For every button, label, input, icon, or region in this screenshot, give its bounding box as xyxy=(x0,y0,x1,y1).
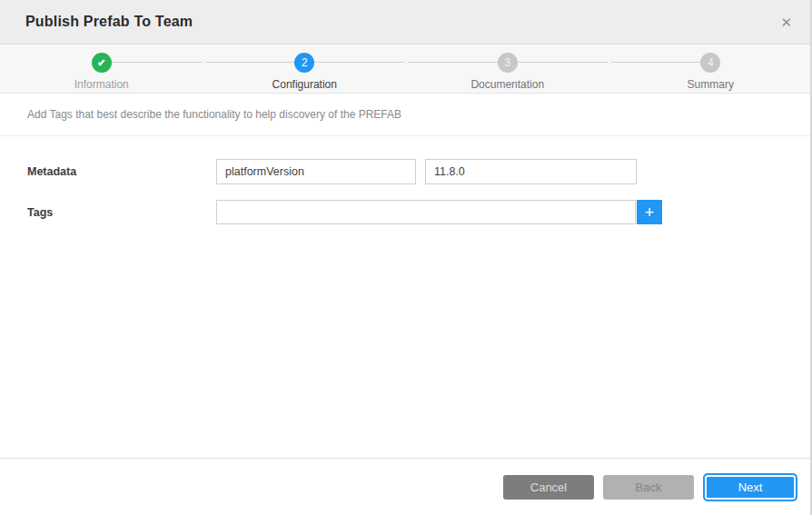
step-connector xyxy=(314,62,404,63)
step-connector xyxy=(408,62,498,63)
dialog-footer: Cancel Back Next xyxy=(0,458,812,515)
cancel-button[interactable]: Cancel xyxy=(503,475,594,500)
step-number-badge: 3 xyxy=(498,53,518,73)
check-icon: ✔ xyxy=(92,53,112,73)
configuration-form: Metadata Tags + xyxy=(0,136,812,458)
metadata-key-input[interactable] xyxy=(216,159,416,184)
close-icon[interactable]: ✕ xyxy=(777,12,796,33)
plus-icon: + xyxy=(645,204,655,221)
publish-prefab-dialog: Publish Prefab To Team ✕ ✔ Information 2… xyxy=(0,0,812,515)
step-information[interactable]: ✔ Information xyxy=(0,53,203,93)
step-connector xyxy=(112,62,202,63)
step-connector xyxy=(205,62,295,63)
step-number-badge: 4 xyxy=(700,53,720,73)
step-documentation[interactable]: 3 Documentation xyxy=(406,53,609,93)
metadata-row: Metadata xyxy=(0,159,812,184)
step-label: Summary xyxy=(688,78,734,91)
step-connector xyxy=(611,62,701,63)
step-configuration[interactable]: 2 Configuration xyxy=(203,53,407,93)
step-summary[interactable]: 4 Summary xyxy=(609,53,812,93)
step-label: Documentation xyxy=(470,78,544,91)
next-button[interactable]: Next xyxy=(703,473,797,501)
back-button[interactable]: Back xyxy=(603,475,694,500)
add-tag-button[interactable]: + xyxy=(637,200,662,224)
wizard-stepper: ✔ Information 2 Configuration 3 Document… xyxy=(0,45,812,94)
step-description-band: Add Tags that best describe the function… xyxy=(0,94,812,136)
step-number-badge: 2 xyxy=(294,53,314,73)
step-description-text: Add Tags that best describe the function… xyxy=(27,108,401,121)
dialog-titlebar: Publish Prefab To Team ✕ xyxy=(0,0,812,45)
dialog-title: Publish Prefab To Team xyxy=(25,14,193,30)
step-label: Information xyxy=(74,78,129,91)
tags-row: Tags + xyxy=(0,200,812,224)
tags-label: Tags xyxy=(27,200,216,219)
metadata-value-input[interactable] xyxy=(425,159,637,184)
metadata-label: Metadata xyxy=(27,159,216,178)
step-connector xyxy=(518,62,608,63)
tags-input[interactable] xyxy=(216,200,636,224)
step-label: Configuration xyxy=(272,78,337,91)
